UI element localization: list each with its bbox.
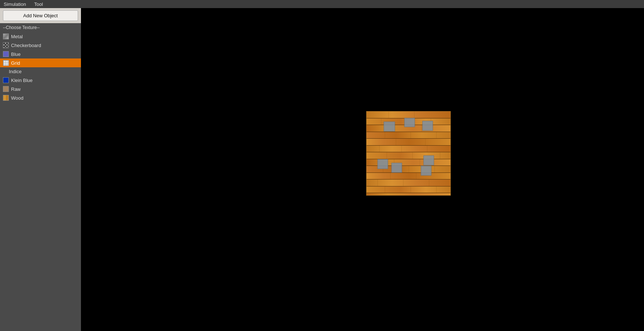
texture-label-indice: Indice <box>9 69 22 74</box>
menubar: Simulation Tool <box>0 0 644 8</box>
viewport[interactable] <box>81 8 644 331</box>
svg-rect-18 <box>367 173 450 179</box>
texture-list: --Choose Texture-- Metal Checkerboard Bl… <box>0 23 81 331</box>
menu-simulation[interactable]: Simulation <box>1 1 28 8</box>
svg-rect-0 <box>367 111 450 118</box>
texture-label-grid: Grid <box>11 60 20 66</box>
swatch-grid <box>3 60 9 66</box>
svg-rect-6 <box>367 132 450 138</box>
svg-rect-23 <box>367 193 450 193</box>
wood-floor <box>366 111 451 196</box>
svg-rect-19 <box>367 179 450 179</box>
texture-item-metal[interactable]: Metal <box>0 32 81 41</box>
svg-rect-22 <box>367 186 450 193</box>
svg-rect-7 <box>367 138 450 139</box>
svg-rect-58 <box>422 121 433 131</box>
swatch-raw <box>3 86 9 92</box>
svg-rect-61 <box>392 163 402 172</box>
texture-label-checkerboard: Checkerboard <box>11 43 41 48</box>
svg-rect-12 <box>367 152 450 159</box>
svg-rect-9 <box>367 145 450 146</box>
texture-item-grid[interactable]: Grid <box>0 58 81 67</box>
swatch-wood <box>3 95 9 101</box>
texture-item-indice[interactable]: Indice <box>0 67 81 76</box>
svg-rect-17 <box>367 172 450 173</box>
svg-rect-57 <box>404 118 415 127</box>
texture-item-checkerboard[interactable]: Checkerboard <box>0 41 81 50</box>
svg-rect-8 <box>367 139 450 145</box>
texture-item-blue[interactable]: Blue <box>0 50 81 58</box>
texture-label-metal: Metal <box>11 34 23 39</box>
svg-rect-59 <box>378 159 388 169</box>
swatch-kleinblue <box>3 77 9 83</box>
texture-item-wood[interactable]: Wood <box>0 93 81 102</box>
texture-label-wood: Wood <box>11 95 24 101</box>
scene-container <box>366 111 451 196</box>
swatch-metal <box>3 33 9 39</box>
svg-rect-5 <box>367 132 450 132</box>
texture-item-raw[interactable]: Raw <box>0 85 81 93</box>
svg-rect-10 <box>367 146 450 152</box>
swatch-checkerboard <box>3 42 9 48</box>
svg-rect-60 <box>424 156 434 165</box>
texture-item-kleinblue[interactable]: Klein Blue <box>0 76 81 85</box>
svg-rect-62 <box>421 166 431 175</box>
swatch-blue <box>3 51 9 57</box>
wood-texture-svg <box>367 111 450 195</box>
svg-rect-11 <box>367 152 450 152</box>
texture-label-blue: Blue <box>11 51 21 57</box>
left-panel: Add New Object --Choose Texture-- Metal … <box>0 8 81 331</box>
texture-header: --Choose Texture-- <box>0 23 81 32</box>
svg-rect-21 <box>367 186 450 186</box>
texture-label-raw: Raw <box>11 86 21 92</box>
add-new-object-button[interactable]: Add New Object <box>3 10 78 21</box>
svg-rect-24 <box>367 193 450 195</box>
svg-rect-56 <box>384 122 395 131</box>
texture-label-kleinblue: Klein Blue <box>11 78 33 83</box>
svg-rect-20 <box>367 179 450 186</box>
menu-tool[interactable]: Tool <box>32 1 45 8</box>
